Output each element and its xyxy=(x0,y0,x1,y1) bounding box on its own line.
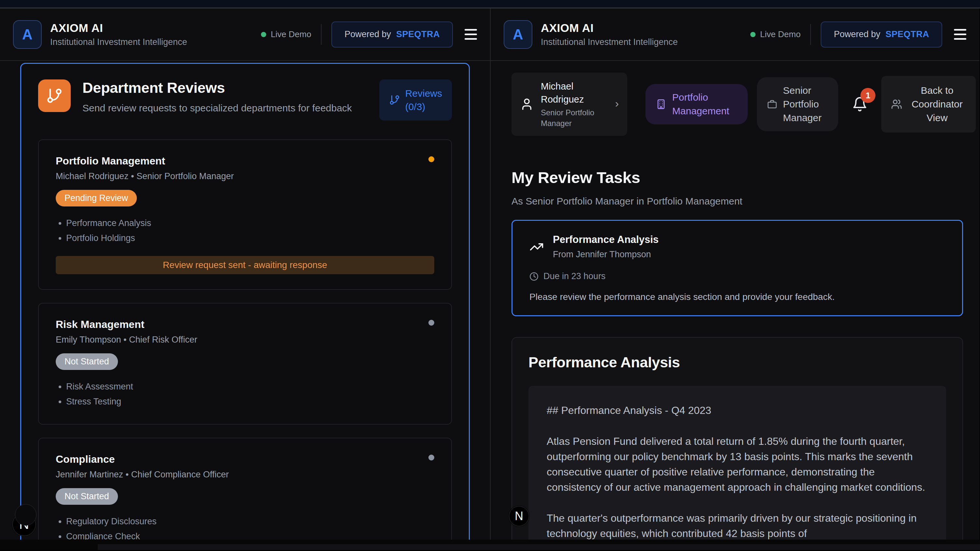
doc-paragraph: Atlas Pension Fund delivered a total ret… xyxy=(547,434,928,495)
tab-senior-portfolio-manager[interactable]: Senior Portfolio Manager xyxy=(757,77,838,131)
department-person: Michael Rodriguez • Senior Portfolio Man… xyxy=(56,171,434,181)
live-demo-indicator: Live Demo xyxy=(750,29,800,40)
back-button-label: Back to Coordinator View xyxy=(908,84,966,125)
department-reviews-header: Department Reviews Send review requests … xyxy=(38,79,452,121)
list-item: Compliance Check xyxy=(66,529,434,540)
department-items: Performance Analysis Portfolio Holdings xyxy=(56,216,434,246)
task-head-text: Performance Analysis From Jennifer Thomp… xyxy=(553,234,659,260)
bottom-strip xyxy=(0,540,980,550)
tab-portfolio-management[interactable]: Portfolio Management xyxy=(645,84,748,124)
user-icon xyxy=(520,97,534,111)
chevron-right-icon: › xyxy=(615,98,619,111)
speqtra-label: SPEQTRA xyxy=(886,29,929,40)
status-dot-icon xyxy=(428,156,434,162)
department-reviews-titles: Department Reviews Send review requests … xyxy=(83,79,368,115)
department-person: Jennifer Martinez • Chief Compliance Off… xyxy=(56,470,434,480)
menu-icon[interactable] xyxy=(465,29,477,40)
brand-title: AXIOM AI xyxy=(541,22,678,35)
split-panels: A AXIOM AI Institutional Investment Inte… xyxy=(0,8,980,540)
live-dot-icon xyxy=(261,32,266,37)
department-card-portfolio-management[interactable]: Portfolio Management Michael Rodriguez •… xyxy=(38,140,452,290)
app-header-right: A AXIOM AI Institutional Investment Inte… xyxy=(491,8,979,61)
section-title: Department Reviews xyxy=(83,79,368,96)
user-name: Michael Rodriguez xyxy=(541,80,608,106)
department-card-compliance[interactable]: Compliance Jennifer Martinez • Chief Com… xyxy=(38,438,452,540)
task-title: Performance Analysis xyxy=(553,234,659,246)
list-item: Portfolio Holdings xyxy=(66,230,434,246)
task-head: Performance Analysis From Jennifer Thomp… xyxy=(530,234,945,260)
window-top-strip xyxy=(0,0,980,8)
department-items: Risk Assessment Stress Testing xyxy=(56,379,434,409)
task-due: Due in 23 hours xyxy=(530,271,945,281)
analysis-document[interactable]: ## Performance Analysis - Q4 2023 Atlas … xyxy=(528,386,946,540)
live-demo-label: Live Demo xyxy=(271,29,311,40)
user-role: Senior Portfolio Manager xyxy=(541,107,608,129)
powered-by-label: Powered by xyxy=(834,29,880,40)
reviews-label: Reviews xyxy=(405,87,442,100)
nextjs-logo[interactable]: N xyxy=(509,506,529,526)
left-content: Department Reviews Send review requests … xyxy=(0,61,490,540)
list-item: Performance Analysis xyxy=(66,216,434,230)
performance-analysis-section: Performance Analysis ## Performance Anal… xyxy=(512,337,963,540)
department-reviews-card: Department Reviews Send review requests … xyxy=(20,63,470,540)
tasks-title: My Review Tasks xyxy=(512,168,958,187)
header-right: Live Demo Powered by SPEQTRA xyxy=(261,22,477,48)
department-items: Regulatory Disclosures Compliance Check xyxy=(56,514,434,540)
task-card-performance-analysis[interactable]: Performance Analysis From Jennifer Thomp… xyxy=(512,220,963,316)
logo-letter: A xyxy=(513,26,523,43)
reviews-count: (0/3) xyxy=(405,100,442,113)
brand-tagline: Institutional Investment Intelligence xyxy=(541,37,678,47)
tab-label: Portfolio Management xyxy=(672,91,737,118)
git-branch-icon xyxy=(38,79,71,112)
list-item: Risk Assessment xyxy=(66,379,434,394)
brand-title: AXIOM AI xyxy=(50,22,187,35)
powered-by-button[interactable]: Powered by SPEQTRA xyxy=(821,22,942,48)
department-card-risk-management[interactable]: Risk Management Emily Thompson • Chief R… xyxy=(38,303,452,425)
notifications-button[interactable]: 1 xyxy=(852,96,868,112)
analysis-title: Performance Analysis xyxy=(528,354,946,371)
my-review-tasks-section: My Review Tasks As Senior Portfolio Mana… xyxy=(491,168,979,316)
left-panel-coordinator-view: A AXIOM AI Institutional Investment Inte… xyxy=(0,8,490,540)
nextjs-dev-badge[interactable]: N xyxy=(13,513,36,536)
axiom-logo: A xyxy=(504,20,532,49)
building-icon xyxy=(656,99,666,110)
app-header-left: A AXIOM AI Institutional Investment Inte… xyxy=(0,8,490,61)
department-person: Emily Thompson • Chief Risk Officer xyxy=(56,335,434,345)
header-right: Live Demo Powered by SPEQTRA xyxy=(750,22,966,48)
user-switcher-chip[interactable]: Michael Rodriguez Senior Portfolio Manag… xyxy=(512,73,627,136)
menu-icon[interactable] xyxy=(954,29,966,40)
list-item: Stress Testing xyxy=(66,394,434,409)
header-divider xyxy=(810,24,811,45)
department-name: Compliance xyxy=(56,453,434,465)
list-item: Regulatory Disclosures xyxy=(66,514,434,529)
git-branch-icon xyxy=(389,94,400,105)
logo-letter: A xyxy=(22,26,33,43)
tasks-subtitle: As Senior Portfolio Manager in Portfolio… xyxy=(512,196,958,207)
briefcase-icon xyxy=(767,99,777,109)
task-description: Please review the performance analysis s… xyxy=(530,292,945,302)
users-icon xyxy=(891,98,902,110)
live-dot-icon xyxy=(750,32,756,37)
brand-text: AXIOM AI Institutional Investment Intell… xyxy=(541,22,678,47)
status-badge: Pending Review xyxy=(56,190,137,206)
user-chip-text: Michael Rodriguez Senior Portfolio Manag… xyxy=(541,80,608,129)
axiom-logo: A xyxy=(13,20,42,49)
status-dot-icon xyxy=(428,320,434,326)
nextjs-dev-badge[interactable]: N xyxy=(509,506,529,526)
trending-up-icon xyxy=(530,240,544,254)
status-badge: Not Started xyxy=(56,353,118,370)
reviews-count-button[interactable]: Reviews (0/3) xyxy=(379,79,452,121)
live-demo-label: Live Demo xyxy=(760,29,800,40)
department-name: Portfolio Management xyxy=(56,155,434,167)
clock-icon xyxy=(530,272,539,281)
powered-by-button[interactable]: Powered by SPEQTRA xyxy=(331,22,453,48)
back-to-coordinator-button[interactable]: Back to Coordinator View xyxy=(881,76,976,133)
speqtra-label: SPEQTRA xyxy=(396,29,440,40)
nextjs-badge-ghost xyxy=(15,504,37,526)
doc-paragraph: The quarter's outperformance was primari… xyxy=(547,511,928,540)
horizontal-scrollbar[interactable] xyxy=(98,544,980,550)
task-due-label: Due in 23 hours xyxy=(543,271,606,281)
review-request-banner: Review request sent - awaiting response xyxy=(56,256,434,274)
header-divider xyxy=(321,24,321,45)
powered-by-label: Powered by xyxy=(344,29,391,40)
